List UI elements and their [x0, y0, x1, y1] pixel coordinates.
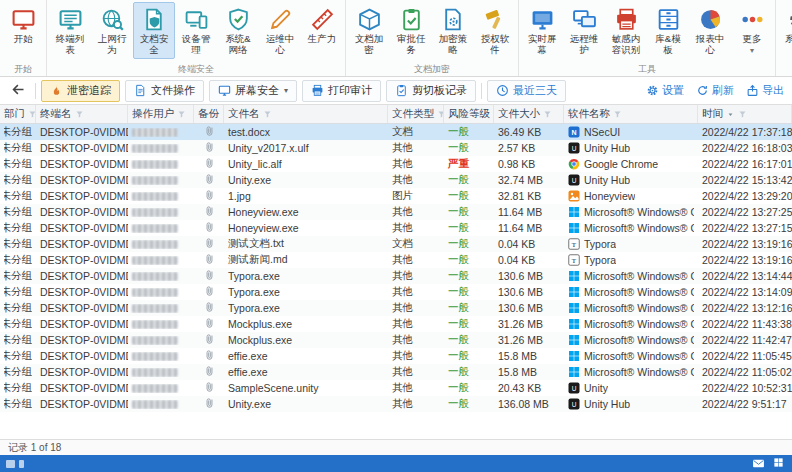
column-header-user[interactable]: 操作用户	[128, 105, 194, 123]
ribbon-item-sensitive-content[interactable]: 敏感内容识别	[605, 2, 647, 59]
table-row[interactable]: 未分组 DESKTOP-0VIDMDJ Mockplus.exe 其他 一般 3…	[0, 332, 792, 348]
ribbon-item-doc-security[interactable]: 文档安全	[133, 2, 175, 59]
cell-backup[interactable]	[194, 317, 224, 332]
filter-icon[interactable]	[75, 110, 84, 119]
date-filter-last-3-days[interactable]: 最近三天	[487, 80, 566, 102]
grid-empty-area	[0, 412, 792, 439]
cell-backup[interactable]	[194, 173, 224, 188]
filter-icon[interactable]	[613, 110, 622, 119]
column-header-software[interactable]: 软件名称	[564, 105, 698, 123]
filter-icon[interactable]	[738, 110, 747, 119]
table-row[interactable]: 未分组 DESKTOP-0VIDMDJ test.docx 文档 一般 36.4…	[0, 124, 792, 140]
column-header-type[interactable]: 文件类型	[388, 105, 444, 123]
column-header-clip[interactable]: 备份	[194, 105, 224, 123]
table-row[interactable]: 未分组 DESKTOP-0VIDMDJ Typora.exe 其他 一般 130…	[0, 268, 792, 284]
cell-risk: 一般	[444, 221, 494, 235]
blurred-username	[132, 304, 178, 313]
typora-app-icon: T	[568, 254, 580, 266]
ribbon-item-live-screen[interactable]: 实时屏幕	[521, 2, 563, 59]
ribbon-item-ops-center[interactable]: 运维中心	[259, 2, 301, 59]
ribbon-item-authorized-software[interactable]: 授权软件	[474, 2, 516, 59]
table-row[interactable]: 未分组 DESKTOP-0VIDMDJ Mockplus.exe 其他 一般 3…	[0, 316, 792, 332]
cell-backup[interactable]	[194, 189, 224, 204]
ribbon-item-terminal-list[interactable]: 终端列表	[49, 2, 91, 59]
table-row[interactable]: 未分组 DESKTOP-0VIDMDJ Typora.exe 其他 一般 130…	[0, 284, 792, 300]
cell-backup[interactable]	[194, 301, 224, 316]
refresh-button[interactable]: 刷新	[694, 81, 736, 100]
cell-backup[interactable]	[194, 221, 224, 236]
table-row[interactable]: 未分组 DESKTOP-0VIDMDJ 测试新闻.md 其他 一般 0.04 K…	[0, 252, 792, 268]
cell-filetype: 其他	[388, 205, 444, 219]
cell-backup[interactable]	[194, 205, 224, 220]
table-row[interactable]: 未分组 DESKTOP-0VIDMDJ Unity.exe 其他 一般 136.…	[0, 396, 792, 412]
taskbar[interactable]	[0, 455, 792, 472]
toolbar-tab-print-audit[interactable]: 打印审计	[302, 80, 381, 102]
column-header-file[interactable]: 文件名	[224, 105, 388, 123]
table-row[interactable]: 未分组 DESKTOP-0VIDMDJ Unity_v2017.x.ulf 其他…	[0, 140, 792, 156]
ribbon-item-start[interactable]: 开始	[2, 2, 44, 48]
toolbar-tab-clipboard-records[interactable]: 剪切板记录	[386, 80, 476, 102]
message-icon[interactable]	[752, 457, 765, 470]
table-row[interactable]: 未分组 DESKTOP-0VIDMDJ 测试文档.txt 文档 一般 0.04 …	[0, 236, 792, 252]
table-row[interactable]: 未分组 DESKTOP-0VIDMDJ Typora.exe 其他 一般 130…	[0, 300, 792, 316]
column-header-label: 软件名称	[568, 107, 610, 121]
column-header-terminal[interactable]: 终端名	[36, 105, 128, 123]
ribbon-item-report-center[interactable]: 报表中心	[689, 2, 731, 59]
ribbon-item-productivity[interactable]: 生产力	[301, 2, 343, 48]
cell-backup[interactable]	[194, 349, 224, 364]
column-header-size[interactable]: 文件大小	[494, 105, 564, 123]
cell-backup[interactable]	[194, 365, 224, 380]
table-row[interactable]: 未分组 DESKTOP-0VIDMDJ Unity.exe 其他 一般 32.7…	[0, 172, 792, 188]
cell-time: 2022/4/22 13:19:16	[698, 238, 792, 250]
cell-backup[interactable]	[194, 381, 224, 396]
table-row[interactable]: 未分组 DESKTOP-0VIDMDJ Honeyview.exe 其他 一般 …	[0, 220, 792, 236]
filter-icon[interactable]	[177, 110, 186, 119]
table-row[interactable]: 未分组 DESKTOP-0VIDMDJ Unity_lic.alf 其他 严重 …	[0, 156, 792, 172]
ribbon-item-system-settings[interactable]: 系统设置	[778, 2, 792, 59]
back-button[interactable]	[6, 81, 30, 101]
table-row[interactable]: 未分组 DESKTOP-0VIDMDJ 1.jpg 图片 一般 32.81 KB…	[0, 188, 792, 204]
filter-icon[interactable]	[263, 110, 272, 119]
cell-backup[interactable]	[194, 141, 224, 156]
ribbon-item-remote-maintenance[interactable]: 远程维护	[563, 2, 605, 59]
cell-backup[interactable]	[194, 397, 224, 412]
table-row[interactable]: 未分组 DESKTOP-0VIDMDJ Honeyview.exe 其他 一般 …	[0, 204, 792, 220]
ribbon-item-library-templates[interactable]: 库&模板	[647, 2, 689, 59]
export-button[interactable]: 导出	[744, 81, 786, 100]
cell-backup[interactable]	[194, 269, 224, 284]
cell-filesize: 32.81 KB	[494, 190, 564, 202]
ribbon-item-encrypt-policy[interactable]: 加密策略	[432, 2, 474, 59]
filter-icon[interactable]	[28, 110, 36, 119]
ribbon-item-system-network[interactable]: 系统&网络	[217, 2, 259, 59]
cell-operator	[128, 272, 194, 281]
cell-filename: Typora.exe	[224, 270, 388, 282]
table-row[interactable]: 未分组 DESKTOP-0VIDMDJ SampleScene.unity 其他…	[0, 380, 792, 396]
ribbon-item-more[interactable]: 更多 ▾	[731, 2, 773, 58]
filter-icon[interactable]	[543, 110, 552, 119]
cell-backup[interactable]	[194, 237, 224, 252]
cell-backup[interactable]	[194, 157, 224, 172]
settings-button[interactable]: 设置	[644, 81, 686, 100]
paperclip-icon	[203, 173, 216, 188]
filter-icon[interactable]	[437, 110, 444, 119]
table-row[interactable]: 未分组 DESKTOP-0VIDMDJ effie.exe 其他 一般 15.8…	[0, 364, 792, 380]
ribbon-item-device-mgmt[interactable]: 设备管理	[175, 2, 217, 59]
cell-backup[interactable]	[194, 333, 224, 348]
column-header-dept[interactable]: 部门	[0, 105, 36, 123]
cell-backup[interactable]	[194, 253, 224, 268]
ribbon-group-label: 文档加密	[347, 62, 517, 76]
toolbar-tab-file-ops[interactable]: 文件操作	[125, 80, 204, 102]
ribbon-item-doc-encrypt[interactable]: 文档加密	[348, 2, 390, 59]
table-row[interactable]: 未分组 DESKTOP-0VIDMDJ effie.exe 其他 一般 15.8…	[0, 348, 792, 364]
ribbon-item-web-behavior[interactable]: 上网行为	[91, 2, 133, 59]
cell-backup[interactable]	[194, 285, 224, 300]
tray-icon[interactable]	[773, 457, 786, 470]
column-header-time[interactable]: 时间	[698, 105, 792, 123]
column-header-risk[interactable]: 风险等级	[444, 105, 494, 123]
cell-backup[interactable]	[194, 125, 224, 140]
ribbon-item-approval-tasks[interactable]: 审批任务	[390, 2, 432, 59]
cell-terminal: DESKTOP-0VIDMDJ	[36, 158, 128, 170]
toolbar-tab-leak-trace[interactable]: 泄密追踪	[41, 80, 120, 102]
report-center-icon	[698, 7, 723, 32]
toolbar-tab-screen-security[interactable]: 屏幕安全 ▾	[209, 80, 297, 102]
